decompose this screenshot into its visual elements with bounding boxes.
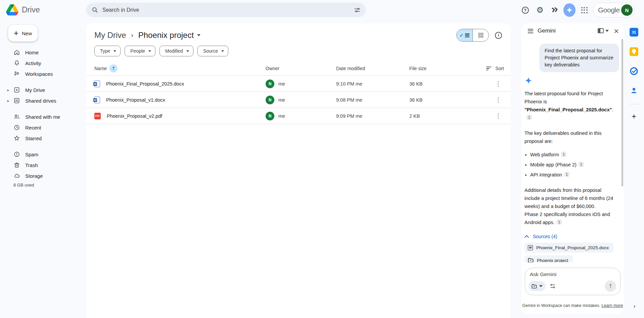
sidebar-nav: Home Activity Workspaces ▸ My Drive ▸ Sh… — [0, 47, 86, 188]
chevron-down-icon — [148, 50, 151, 52]
prompt-options-tune-icon[interactable] — [550, 283, 556, 289]
offline-status-button[interactable] — [549, 4, 561, 16]
gemini-conversation: Find the latest proposal for Project Pho… — [521, 38, 622, 262]
expand-arrow-icon[interactable]: ▸ — [7, 99, 9, 103]
sort-menu-button[interactable]: Sort — [476, 66, 504, 71]
expand-arrow-icon[interactable]: ▸ — [7, 88, 9, 92]
owner-cell: N me — [266, 112, 336, 120]
citation-chip[interactable]: 1 — [561, 152, 566, 157]
sidebar-item-recent[interactable]: Recent — [0, 122, 86, 133]
column-header-size[interactable]: File size — [409, 66, 476, 71]
file-browser-card: My Drive › Phoenix project ✓ i Type Peop… — [86, 23, 511, 318]
chevron-up-icon — [524, 235, 529, 238]
citation-chip[interactable]: 1 — [526, 115, 532, 120]
help-button[interactable]: ? — [519, 4, 531, 16]
sidebar-item-activity[interactable]: Activity — [0, 58, 86, 68]
get-add-ons-button[interactable]: + — [627, 110, 641, 123]
spam-icon — [13, 151, 20, 158]
citation-chip[interactable]: 1 — [564, 172, 569, 177]
sidebar-item-workspaces[interactable]: Workspaces — [0, 68, 86, 79]
keep-app-button[interactable] — [627, 45, 641, 58]
search-input[interactable] — [102, 7, 350, 13]
settings-button[interactable]: ⚙ — [534, 4, 546, 16]
sidebar-item-home[interactable]: Home — [0, 47, 86, 58]
row-more-actions-icon[interactable]: ⋮ — [493, 95, 504, 105]
drive-brand: Drive — [6, 4, 40, 15]
double-chevron-icon — [551, 6, 559, 14]
sidebar-item-shared-with-me[interactable]: Shared with me — [0, 111, 86, 122]
sort-ascending-icon[interactable]: ↑ — [109, 64, 118, 72]
new-button[interactable]: + New — [8, 25, 38, 42]
send-button[interactable]: ↑ — [605, 280, 616, 292]
shared-with-me-icon — [13, 113, 20, 120]
sidebar-item-trash[interactable]: Trash — [0, 160, 86, 170]
sidebar-item-storage[interactable]: Storage — [0, 170, 86, 181]
grid-view-button[interactable] — [473, 29, 489, 41]
source-chips: W Phoenix_Final_Proposal_2025.docx Phoen… — [524, 243, 622, 262]
table-row[interactable]: W Phoenix_Final_Proposal_2025.docx N me … — [86, 76, 511, 92]
menu-icon[interactable] — [525, 25, 536, 37]
column-header-modified[interactable]: Date modified — [336, 66, 409, 71]
grid-view-icon — [478, 33, 483, 38]
file-name-cell[interactable]: W Phoenix_Proposal_v1.docx — [94, 97, 266, 103]
file-name-cell[interactable]: W Phoenix_Final_Proposal_2025.docx — [94, 81, 266, 87]
account-button[interactable]: Google N — [593, 3, 635, 17]
list-view-button[interactable]: ✓ — [457, 29, 473, 41]
table-row[interactable]: W Phoenix_Proposal_v1.docx N me 9:08 PM … — [86, 92, 511, 108]
help-icon: ? — [522, 7, 529, 14]
row-more-actions-icon[interactable]: ⋮ — [493, 79, 504, 89]
input-toolbar: ↑ — [528, 280, 616, 292]
filter-source-chip[interactable]: Source — [197, 46, 228, 56]
filter-chips: Type People Modified Source — [94, 46, 228, 56]
sidebar-item-shared-drives[interactable]: ▸ Shared drives — [0, 95, 86, 106]
column-header-owner[interactable]: Owner — [266, 66, 336, 71]
table-row[interactable]: PDF Phoenix_Proposal_v2.pdf N me 9:09 PM… — [86, 108, 511, 124]
row-more-actions-icon[interactable]: ⋮ — [493, 111, 504, 121]
gemini-button[interactable] — [563, 4, 576, 16]
sidebar-item-my-drive[interactable]: ▸ My Drive — [0, 85, 86, 95]
list-item: Web platform1 — [530, 151, 618, 159]
search-bar[interactable] — [86, 3, 366, 17]
size-cell: 2 KB — [409, 113, 476, 119]
folder-icon — [532, 284, 537, 288]
breadcrumb-current-folder[interactable]: Phoenix project — [138, 31, 200, 40]
modified-cell: 9:09 PM me — [336, 113, 409, 119]
advanced-search-tune-icon[interactable] — [354, 6, 361, 14]
sidebar-item-starred[interactable]: Starred — [0, 133, 86, 144]
sidebar-item-spam[interactable]: Spam — [0, 149, 86, 160]
google-apps-button[interactable] — [578, 4, 590, 16]
details-info-icon[interactable]: i — [495, 32, 502, 39]
answer-paragraph: The key deliverables outlined in this pr… — [524, 129, 618, 145]
breadcrumb-my-drive[interactable]: My Drive — [94, 31, 126, 40]
citation-chip[interactable]: 1 — [556, 219, 562, 225]
filter-type-chip[interactable]: Type — [94, 46, 121, 56]
file-name-cell[interactable]: PDF Phoenix_Proposal_v2.pdf — [94, 113, 266, 119]
contacts-app-button[interactable] — [627, 84, 641, 97]
context-folder-chip[interactable] — [528, 281, 546, 291]
learn-more-link[interactable]: Learn more — [602, 303, 623, 308]
open-in-full-button[interactable] — [598, 28, 609, 34]
filter-people-chip[interactable]: People — [125, 46, 155, 56]
citation-chip[interactable]: 1 — [579, 162, 584, 167]
calendar-app-button[interactable]: 31 — [627, 25, 641, 39]
tasks-app-button[interactable] — [627, 64, 641, 78]
sources-toggle[interactable]: Sources (4) — [524, 234, 622, 239]
hide-side-panel-chevron[interactable]: › — [631, 301, 638, 312]
chevron-down-icon — [186, 50, 189, 52]
filter-modified-chip[interactable]: Modified — [159, 46, 193, 56]
source-chip-folder[interactable]: Phoenix project — [524, 255, 573, 262]
answer-paragraph: Additional details from this proposal in… — [524, 186, 618, 226]
account-avatar[interactable]: N — [621, 4, 633, 16]
word-file-icon: W — [94, 97, 100, 103]
clock-icon — [13, 124, 20, 131]
column-header-name[interactable]: Name ↑ — [94, 64, 266, 72]
ask-gemini-input[interactable] — [530, 271, 615, 277]
layout-toggle[interactable]: ✓ — [456, 29, 489, 42]
source-chip-docx[interactable]: W Phoenix_Final_Proposal_2025.docx — [524, 243, 613, 253]
ask-gemini-box[interactable]: ↑ — [525, 268, 620, 295]
gemini-scrollbar[interactable] — [622, 39, 623, 187]
plus-icon: + — [14, 29, 18, 37]
close-icon[interactable]: × — [613, 27, 619, 35]
chevron-down-icon — [113, 50, 116, 52]
owner-avatar: N — [266, 80, 274, 88]
